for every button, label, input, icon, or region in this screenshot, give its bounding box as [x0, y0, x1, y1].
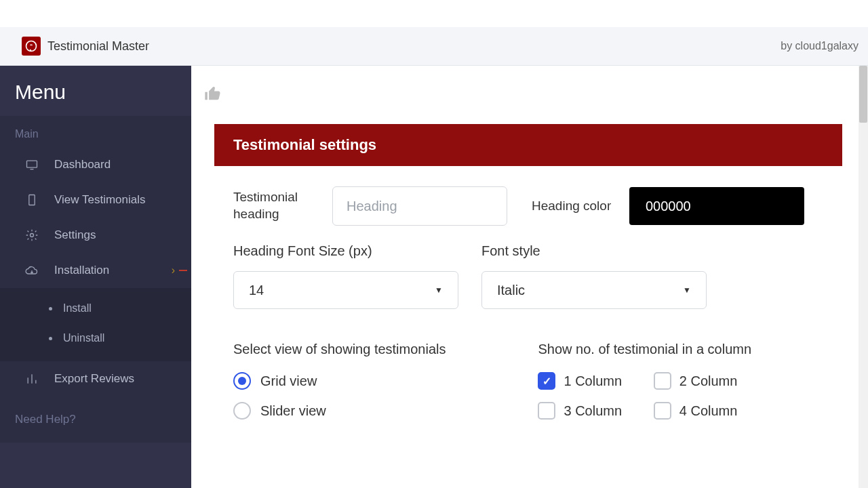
checkbox-label: 2 Column [679, 373, 738, 389]
checkbox-label: 1 Column [564, 373, 622, 389]
checkbox-icon: ✓ [654, 372, 671, 390]
need-help-link[interactable]: Need Help? [0, 396, 191, 443]
menu-section-main: Main [0, 116, 191, 147]
view-group-label: Select view of showing testimonials [233, 342, 446, 357]
thumbs-up-icon[interactable] [203, 84, 222, 106]
caret-down-icon: ▼ [683, 285, 691, 295]
radio-grid-view[interactable]: Grid view [233, 372, 446, 390]
main-toolbar [191, 66, 868, 124]
bullet-icon [49, 307, 52, 310]
submenu-item-install[interactable]: Install [0, 293, 191, 323]
gear-icon [24, 228, 39, 243]
svg-rect-2 [27, 161, 37, 167]
sidebar-item-label: Dashboard [54, 158, 111, 171]
checkbox-icon: ✓ [538, 402, 555, 420]
window-margin [0, 0, 868, 27]
main-content: Testimonial settings Testimonial heading… [191, 66, 868, 488]
radio-icon [233, 372, 251, 390]
checkbox-label: 3 Column [564, 403, 622, 419]
heading-color-label: Heading color [532, 198, 629, 215]
app-logo: “ [22, 37, 41, 56]
font-style-select[interactable]: Italic ▼ [481, 271, 707, 309]
submenu-label: Uninstall [63, 332, 104, 344]
check-3-column[interactable]: ✓ 3 Column [538, 402, 635, 420]
chevron-right-icon: › [172, 264, 175, 277]
svg-rect-3 [29, 195, 35, 205]
font-style-value: Italic [497, 283, 525, 298]
caret-down-icon: ▼ [435, 285, 443, 295]
sidebar-item-label: Installation [54, 264, 109, 277]
heading-label: Testimonial heading [233, 189, 332, 222]
phone-icon [24, 192, 39, 207]
installation-submenu: Install Uninstall [0, 288, 191, 361]
monitor-icon [24, 157, 39, 172]
sidebar: Menu Main Dashboard View Testimonials Se… [0, 66, 191, 488]
vertical-scrollbar[interactable] [859, 66, 868, 488]
scroll-thumb[interactable] [859, 66, 867, 123]
font-size-select[interactable]: 14 ▼ [233, 271, 458, 309]
sidebar-item-export-reviews[interactable]: Export Reviews [0, 361, 191, 396]
checkbox-label: 4 Column [679, 403, 738, 419]
font-size-label: Heading Font Size (px) [233, 243, 458, 259]
columns-group-label: Show no. of testimonial in a column [538, 342, 751, 357]
svg-point-4 [31, 234, 34, 237]
svg-text:“: “ [30, 43, 33, 49]
check-4-column[interactable]: ✓ 4 Column [654, 402, 751, 420]
speech-quote-icon: “ [24, 39, 38, 53]
radio-label: Grid view [260, 373, 317, 389]
card-title: Testimonial settings [214, 124, 842, 166]
topbar: “ Testimonial Master by cloud1galaxy [0, 27, 868, 66]
sidebar-item-label: Export Reviews [54, 372, 134, 386]
radio-slider-view[interactable]: Slider view [233, 402, 446, 420]
sidebar-item-label: Settings [54, 228, 96, 242]
sidebar-item-installation[interactable]: Installation › [0, 253, 191, 288]
byline: by cloud1galaxy [781, 40, 859, 52]
font-size-value: 14 [249, 283, 264, 298]
checkbox-icon: ✓ [538, 372, 555, 390]
app-title: Testimonial Master [47, 39, 149, 54]
heading-input[interactable] [332, 186, 507, 226]
submenu-item-uninstall[interactable]: Uninstall [0, 323, 191, 353]
sidebar-item-view-testimonials[interactable]: View Testimonials [0, 182, 191, 218]
submenu-label: Install [63, 302, 92, 314]
checkbox-icon: ✓ [654, 402, 671, 420]
cloud-download-icon [24, 263, 39, 278]
radio-icon [233, 402, 251, 420]
sidebar-item-settings[interactable]: Settings [0, 218, 191, 253]
bar-chart-icon [24, 371, 39, 386]
sidebar-item-label: View Testimonials [54, 193, 146, 207]
heading-color-input[interactable]: 000000 [629, 187, 804, 225]
sidebar-item-dashboard[interactable]: Dashboard [0, 147, 191, 182]
check-2-column[interactable]: ✓ 2 Column [654, 372, 751, 390]
indicator-dash [179, 270, 187, 271]
menu-header: Menu [0, 66, 191, 116]
radio-label: Slider view [260, 403, 326, 419]
settings-card: Testimonial settings Testimonial heading… [214, 124, 842, 452]
bullet-icon [49, 337, 52, 340]
check-1-column[interactable]: ✓ 1 Column [538, 372, 635, 390]
font-style-label: Font style [481, 243, 707, 259]
